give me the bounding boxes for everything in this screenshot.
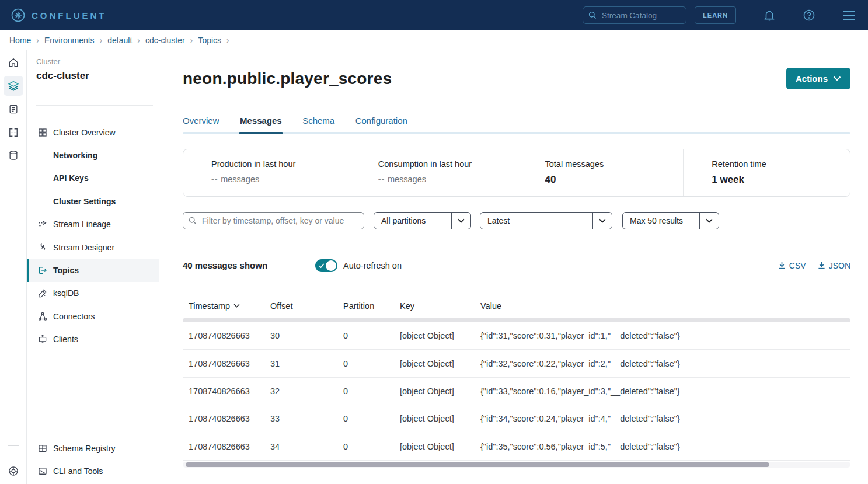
tab-messages[interactable]: Messages (240, 111, 282, 134)
breadcrumb-cdc-cluster[interactable]: cdc-cluster (145, 36, 185, 45)
learn-button[interactable]: LEARN (695, 6, 736, 24)
horizontal-scrollbar-thumb[interactable] (186, 462, 769, 467)
table-row[interactable]: 1708740826663 34 0 [object Object] {"id"… (183, 433, 850, 461)
message-filter-input[interactable] (183, 212, 364, 229)
table-header-row: Timestamp Offset Partition Key Value (183, 295, 850, 316)
breadcrumb-home[interactable]: Home (9, 36, 31, 45)
flow-icon[interactable] (4, 123, 23, 142)
notes-icon[interactable] (4, 99, 23, 119)
main-content: neon.public.player_scores Actions Overvi… (165, 50, 868, 484)
sidebar-item-cli-and-tools[interactable]: CLI and Tools (27, 459, 159, 482)
column-header-partition: Partition (343, 301, 400, 311)
download-csv-link[interactable]: CSV (778, 259, 806, 273)
search-icon (188, 216, 197, 225)
table-row[interactable]: 1708740826663 33 0 [object Object] {"id"… (183, 405, 850, 433)
cell-offset: 31 (270, 359, 343, 368)
sidebar-item-clients[interactable]: Clients (27, 328, 159, 351)
tab-overview[interactable]: Overview (183, 111, 219, 134)
download-json-link[interactable]: JSON (818, 259, 850, 273)
sidebar-item-cluster-overview[interactable]: Cluster Overview (27, 121, 159, 144)
storage-icon[interactable] (4, 145, 23, 165)
globe-icon[interactable] (4, 461, 23, 481)
sidebar-item-cluster-settings[interactable]: Cluster Settings (27, 190, 159, 213)
sidebar-item-networking[interactable]: Networking (27, 144, 159, 166)
stat-production: Production in last hour -- messages (183, 149, 350, 196)
result-limit-select-value: Max 50 results (623, 216, 699, 225)
sidebar-item-label: Topics (53, 266, 79, 275)
sidebar-item-stream-lineage[interactable]: Stream Lineage (27, 213, 159, 236)
offset-order-select[interactable]: Latest (480, 212, 612, 229)
bell-icon[interactable] (763, 9, 776, 22)
cell-key: [object Object] (400, 359, 480, 368)
message-filter-search[interactable] (183, 212, 364, 229)
stat-unit: messages (221, 175, 259, 184)
stat-retention-time: Retention time 1 week (683, 149, 850, 196)
cell-value: {"id":31,"score":0.31,"player_id":1,"__d… (480, 331, 850, 340)
column-header-timestamp[interactable]: Timestamp (189, 301, 270, 311)
cell-value: {"id":33,"score":0.16,"player_id":3,"__d… (480, 386, 850, 396)
download-csv-label: CSV (789, 259, 806, 273)
home-icon[interactable] (4, 53, 23, 72)
auto-refresh-label: Auto-refresh on (343, 259, 402, 273)
cell-offset: 30 (270, 331, 343, 340)
cell-key: [object Object] (400, 414, 480, 423)
table-row[interactable]: 1708740826663 31 0 [object Object] {"id"… (183, 350, 850, 377)
breadcrumb-topics[interactable]: Topics (198, 36, 221, 45)
sidebar-item-topics[interactable]: Topics (27, 259, 159, 281)
sidebar-item-label: Connectors (53, 312, 95, 321)
lineage-icon (37, 219, 48, 229)
chevron-down-icon (451, 213, 470, 229)
cluster-sidebar: Cluster cdc-cluster Cluster Overview Net… (27, 50, 165, 484)
stat-total-messages: Total messages 40 (517, 149, 684, 196)
stat-unit: messages (388, 175, 426, 184)
message-filter-row: All partitions Latest Max 50 results (165, 212, 868, 229)
breadcrumb-separator: › (137, 36, 140, 45)
page-title: neon.public.player_scores (183, 69, 392, 88)
tab-bar: Overview Messages Schema Configuration (183, 111, 850, 134)
messages-status-bar: 40 messages shown Auto-refresh on CSV (165, 259, 868, 273)
tab-schema[interactable]: Schema (302, 111, 334, 134)
partition-select[interactable]: All partitions (374, 212, 471, 229)
environments-icon[interactable] (4, 76, 23, 96)
breadcrumb: Home› Environments› default› cdc-cluster… (0, 30, 868, 50)
download-json-label: JSON (829, 259, 850, 273)
cell-offset: 33 (270, 414, 343, 423)
sidebar-item-stream-designer[interactable]: Stream Designer (27, 236, 159, 259)
sidebar-item-api-keys[interactable]: API Keys (27, 167, 159, 190)
stat-value: -- (211, 175, 218, 184)
column-header-label: Timestamp (189, 301, 230, 311)
menu-icon[interactable] (842, 10, 856, 20)
sidebar-item-ksqldb[interactable]: ksqlDB (27, 282, 159, 305)
cell-value: {"id":34,"score":0.24,"player_id":4,"__d… (480, 414, 850, 423)
actions-button[interactable]: Actions (786, 68, 850, 89)
breadcrumb-separator: › (100, 36, 103, 45)
confluent-brand[interactable]: CONFLUENT (11, 8, 107, 23)
sort-chevron-icon (233, 304, 240, 308)
table-header-scrollbar[interactable] (183, 318, 850, 322)
breadcrumb-environments[interactable]: Environments (44, 36, 95, 45)
sidebar-item-label: Cluster Settings (53, 197, 116, 206)
tab-configuration[interactable]: Configuration (355, 111, 407, 134)
table-row[interactable]: 1708740826663 30 0 [object Object] {"id"… (183, 322, 850, 350)
table-body: 1708740826663 30 0 [object Object] {"id"… (183, 322, 850, 461)
cell-partition: 0 (343, 386, 400, 396)
cell-timestamp: 1708740826663 (189, 359, 270, 368)
sidebar-item-schema-registry[interactable]: Schema Registry (27, 437, 159, 459)
stream-catalog-input[interactable] (583, 6, 686, 24)
cell-partition: 0 (343, 442, 400, 451)
stat-value: 1 week (712, 174, 744, 185)
stream-catalog-search[interactable] (583, 6, 686, 24)
stat-label: Total messages (545, 159, 678, 169)
auto-refresh-toggle[interactable] (315, 259, 337, 272)
chevron-down-icon (833, 76, 841, 81)
topic-stats-card: Production in last hour -- messages Cons… (183, 149, 850, 197)
help-icon[interactable] (803, 9, 815, 22)
cell-timestamp: 1708740826663 (189, 414, 270, 423)
result-limit-select[interactable]: Max 50 results (622, 212, 719, 229)
breadcrumb-default[interactable]: default (107, 36, 132, 45)
table-row[interactable]: 1708740826663 32 0 [object Object] {"id"… (183, 378, 850, 405)
sidebar-item-connectors[interactable]: Connectors (27, 305, 159, 328)
sidebar-item-label: Cluster Overview (53, 128, 116, 137)
cluster-label: Cluster (36, 57, 60, 66)
sidebar-item-label: ksqlDB (53, 288, 79, 298)
